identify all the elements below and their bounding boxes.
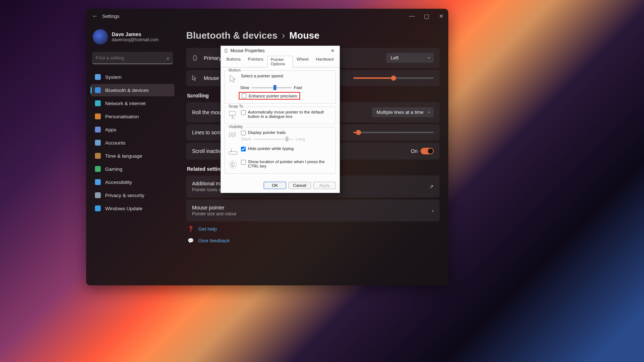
breadcrumb-current: Mouse: [290, 30, 319, 41]
search-input[interactable]: [96, 55, 166, 61]
pointer-speed-slider[interactable]: [252, 87, 292, 88]
ctrl-locate-label: Show location of pointer when I press th…: [248, 159, 333, 168]
roll-dropdown[interactable]: Multiple lines at a time: [372, 107, 434, 117]
monitor-icon: [95, 74, 101, 80]
sidebar-item-label: Apps: [105, 127, 116, 132]
feedback-icon: 💬: [188, 238, 194, 243]
row-mouse-pointer[interactable]: Mouse pointer Pointer size and colour ›: [186, 200, 440, 222]
update-icon: [95, 205, 101, 211]
shield-icon: [95, 192, 101, 198]
feedback-label: Give feedback: [198, 238, 230, 243]
minimize-icon[interactable]: —: [409, 13, 415, 20]
back-icon[interactable]: ←: [91, 12, 99, 20]
dialog-tabs: ButtonsPointersPointer OptionsWheelHardw…: [221, 55, 340, 68]
toggle-label: On: [411, 148, 418, 154]
chevron-right-icon: ›: [432, 208, 434, 213]
dialog-title: Mouse Properties: [230, 48, 265, 53]
hide-typing-icon: [228, 146, 238, 157]
clock-icon: [95, 153, 101, 159]
toggle-track: [421, 148, 434, 154]
ok-button[interactable]: OK: [264, 182, 286, 189]
dialog-buttons: OK Cancel Apply: [221, 179, 340, 193]
sidebar-item-label: Gaming: [105, 166, 122, 172]
dialog-body: Motion Select a pointer speed: Slow Fast…: [221, 68, 340, 179]
user-block[interactable]: Dave James daverossj@hotmail.com: [91, 28, 175, 50]
sidebar-item-label: Accounts: [105, 140, 126, 146]
enhance-precision-highlight: Enhance pointer precision: [239, 92, 300, 100]
sidebar-item-gaming[interactable]: Gaming: [91, 163, 175, 175]
inactive-toggle[interactable]: On: [411, 148, 434, 154]
get-help-link[interactable]: ❓ Get help: [186, 224, 440, 234]
sidebar-item-label: Bluetooth & devices: [105, 88, 149, 93]
dialog-titlebar: Mouse Properties ✕: [221, 46, 340, 55]
snap-icon: [228, 110, 238, 120]
group-label: Visibility: [227, 124, 245, 129]
sidebar-item-bluetooth-devices[interactable]: Bluetooth & devices: [91, 84, 175, 96]
user-name: Dave James: [112, 31, 158, 37]
group-motion: Motion Select a pointer speed: Slow Fast…: [225, 70, 336, 104]
slow-label: Slow: [240, 85, 249, 90]
search-icon: ⌕: [166, 55, 169, 61]
trails-slider: [253, 139, 294, 140]
tab-buttons[interactable]: Buttons: [223, 55, 244, 67]
window-title: Settings: [102, 14, 119, 19]
sidebar-item-accessibility[interactable]: Accessibility: [91, 176, 175, 188]
avatar: [93, 29, 108, 45]
sidebar-item-privacy-security[interactable]: Privacy & security: [91, 189, 175, 201]
sidebar-item-network-internet[interactable]: Network & internet: [91, 97, 175, 109]
tab-pointers[interactable]: Pointers: [245, 55, 267, 67]
ctrl-locate-checkbox[interactable]: [241, 160, 246, 165]
svg-rect-0: [193, 55, 196, 61]
close-icon[interactable]: ✕: [438, 13, 444, 20]
sidebar-item-windows-update[interactable]: Windows Update: [91, 202, 175, 215]
sidebar-item-label: Time & language: [105, 153, 142, 159]
svg-rect-1: [225, 49, 227, 53]
lines-slider[interactable]: [353, 132, 434, 133]
sidebar-item-system[interactable]: System: [91, 71, 175, 83]
accessibility-icon: [95, 179, 101, 185]
dialog-close-icon[interactable]: ✕: [329, 47, 337, 54]
feedback-link[interactable]: 💬 Give feedback: [186, 235, 440, 246]
help-icon: ❓: [188, 226, 194, 232]
group-visibility: Visibility Display pointer trails Short: [225, 127, 336, 174]
window-controls: — ▢ ✕: [409, 13, 444, 20]
maximize-icon[interactable]: ▢: [423, 13, 429, 20]
row-title: Mouse pointer: [192, 205, 427, 211]
chevron-right-icon: ›: [282, 30, 285, 41]
titlebar: ← Settings — ▢ ✕: [86, 9, 448, 23]
mouse-small-icon: [224, 49, 228, 53]
pointer-speed-slider[interactable]: [353, 77, 434, 79]
help-label: Get help: [198, 226, 217, 232]
sidebar-item-label: Windows Update: [105, 206, 142, 211]
apply-button: Apply: [313, 182, 336, 189]
sidebar-item-accounts[interactable]: Accounts: [91, 136, 175, 149]
external-link-icon: ↗: [429, 184, 434, 189]
trails-icon: [228, 130, 238, 140]
ctrl-locate-icon: [228, 159, 238, 170]
apps-icon: [95, 127, 101, 132]
row-sub: Pointer size and colour: [192, 211, 427, 216]
sidebar-item-time-language[interactable]: Time & language: [91, 150, 175, 162]
primary-button-dropdown[interactable]: Left: [386, 53, 434, 63]
snap-checkbox[interactable]: [241, 110, 246, 115]
hide-typing-checkbox[interactable]: [241, 147, 246, 151]
tab-pointer-options[interactable]: Pointer Options: [267, 56, 292, 68]
trails-checkbox[interactable]: [241, 131, 246, 135]
breadcrumb-parent[interactable]: Bluetooth & devices: [186, 30, 277, 41]
tab-hardware[interactable]: Hardware: [313, 55, 337, 67]
brush-icon: [95, 113, 101, 119]
enhance-precision-checkbox[interactable]: [242, 93, 246, 98]
pointer-icon: [228, 74, 238, 84]
sidebar-item-apps[interactable]: Apps: [91, 123, 175, 136]
search-box[interactable]: ⌕: [92, 52, 173, 64]
cancel-button[interactable]: Cancel: [288, 182, 311, 189]
gamepad-icon: [95, 166, 101, 172]
sidebar-item-personalisation[interactable]: Personalisation: [91, 110, 175, 123]
tab-wheel[interactable]: Wheel: [294, 55, 312, 67]
wifi-icon: [95, 100, 101, 106]
sidebar-item-label: System: [105, 74, 122, 80]
fast-label: Fast: [294, 85, 302, 90]
group-label: Snap To: [227, 104, 245, 108]
enhance-precision-label: Enhance pointer precision: [249, 94, 297, 98]
short-label: Short: [241, 137, 251, 141]
